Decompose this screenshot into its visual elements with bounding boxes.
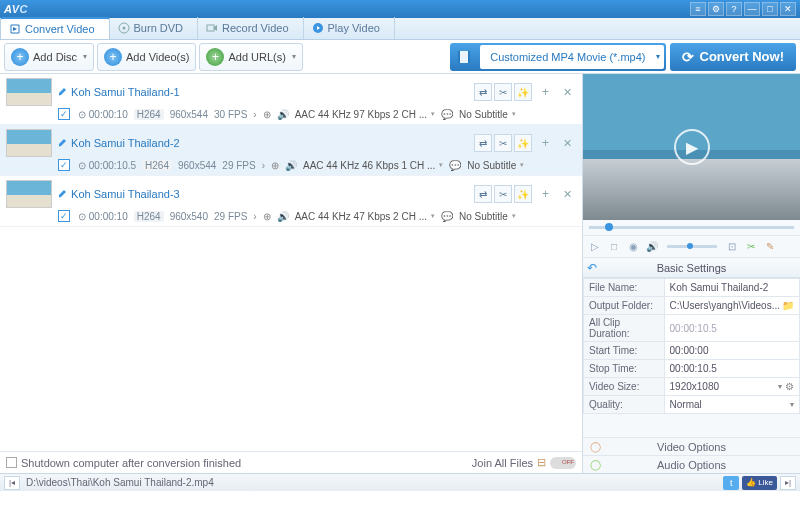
convert-icon [9,23,21,35]
tab-play-video[interactable]: Play Video [304,17,395,39]
folder-icon[interactable]: 📁 [782,300,794,311]
subtitle-select[interactable]: No Subtitle [459,109,516,120]
subtitle-select[interactable]: No Subtitle [459,211,516,222]
convert-now-button[interactable]: ⟳Convert Now! [670,43,797,71]
clip-duration-value: 00:00:10.5 [664,315,799,342]
volume-slider[interactable] [667,245,717,248]
trim-icon[interactable]: ✂ [494,134,512,152]
swap-icon[interactable]: ⇄ [474,134,492,152]
label-clip-duration: All Clip Duration: [584,315,665,342]
volume-icon[interactable]: 🔊 [644,239,660,255]
label-stop-time: Stop Time: [584,360,665,378]
label-quality: Quality: [584,396,665,414]
file-list: Koh Samui Thailand-1 ⇄ ✂ ✨ + ✕ ✓ ⊙ 00:00… [0,74,582,473]
add-segment-button[interactable]: + [538,187,553,201]
remove-item-button[interactable]: ✕ [559,188,576,201]
settings-button[interactable]: ⚙ [708,2,724,16]
fps-label: 30 FPS [214,109,247,120]
video-add-icon: + [104,48,122,66]
video-options-icon: ◯ [589,441,601,453]
shutdown-checkbox[interactable] [6,457,17,468]
item-checkbox[interactable]: ✓ [58,159,70,171]
tab-burn-dvd[interactable]: Burn DVD [110,17,199,39]
disc-add-icon: + [11,48,29,66]
play-icon [312,22,324,34]
crop-button[interactable]: ⊡ [724,239,740,255]
add-videos-button[interactable]: +Add Video(s) [97,43,196,71]
output-profile-selector[interactable]: Customized MP4 Movie (*.mp4) [450,43,665,71]
swap-icon[interactable]: ⇄ [474,185,492,203]
svg-rect-2 [207,25,214,31]
audio-track-select[interactable]: AAC 44 KHz 97 Kbps 2 CH ... [295,109,435,120]
tab-label: Convert Video [25,23,95,35]
audio-options-row[interactable]: ◯Audio Options [583,455,800,473]
effects-button[interactable]: ✎ [762,239,778,255]
resolution-label: 960x540 [170,211,208,222]
stop-button[interactable]: □ [606,239,622,255]
facebook-like-button[interactable]: 👍Like [742,476,777,490]
trim-icon[interactable]: ✂ [494,185,512,203]
button-label: Add URL(s) [228,51,285,63]
tab-label: Play Video [328,22,380,34]
list-item[interactable]: Koh Samui Thailand-3 ⇄ ✂ ✨ + ✕ ✓ ⊙ 00:00… [0,176,582,227]
video-preview[interactable]: ▶ [583,74,800,220]
add-segment-button[interactable]: + [538,136,553,150]
chevron-right-icon: › [262,160,265,171]
item-checkbox[interactable]: ✓ [58,210,70,222]
settings-table: File Name: Output Folder:C:\Users\yangh\… [583,278,800,414]
file-name-label: Koh Samui Thailand-3 [58,188,180,200]
list-item[interactable]: Koh Samui Thailand-2 ⇄ ✂ ✨ + ✕ ✓ ⊙ 00:00… [0,125,582,176]
subtitle-icon: 💬 [441,211,453,222]
snapshot-button[interactable]: ◉ [625,239,641,255]
seek-slider[interactable] [583,220,800,236]
video-size-select[interactable]: 1920x1080▾⚙ [670,381,794,392]
remove-item-button[interactable]: ✕ [559,137,576,150]
add-urls-button[interactable]: +Add URL(s)▾ [199,43,302,71]
list-item[interactable]: Koh Samui Thailand-1 ⇄ ✂ ✨ + ✕ ✓ ⊙ 00:00… [0,74,582,125]
help-button[interactable]: ? [726,2,742,16]
minimize-button[interactable]: — [744,2,760,16]
join-toggle[interactable] [550,457,576,469]
chevron-right-icon: › [253,211,256,222]
join-files-label: Join All Files [472,457,533,469]
audio-track-select[interactable]: AAC 44 KHz 47 Kbps 2 CH ... [295,211,435,222]
globe-icon: ⊕ [263,109,271,120]
video-options-label: Video Options [657,441,726,453]
video-options-row[interactable]: ◯Video Options [583,437,800,455]
output-folder-value: C:\Users\yangh\Videos... [670,300,780,311]
add-segment-button[interactable]: + [538,85,553,99]
close-button[interactable]: ✕ [780,2,796,16]
prev-file-button[interactable]: |◂ [4,476,20,490]
duration-label: ⊙ 00:00:10 [78,211,128,222]
remove-item-button[interactable]: ✕ [559,86,576,99]
menu-button[interactable]: ≡ [690,2,706,16]
back-icon[interactable]: ↶ [587,261,597,275]
film-icon [450,49,478,65]
effects-icon[interactable]: ✨ [514,185,532,203]
stop-time-input[interactable] [670,363,794,374]
audio-track-select[interactable]: AAC 44 KHz 46 Kbps 1 CH ... [303,160,443,171]
quality-select[interactable]: Normal▾ [670,399,794,410]
next-file-button[interactable]: ▸| [780,476,796,490]
trim-icon[interactable]: ✂ [494,83,512,101]
start-time-input[interactable] [670,345,794,356]
file-name-input[interactable] [670,282,794,293]
window-controls: ≡ ⚙ ? — □ ✕ [690,2,796,16]
subtitle-icon: 💬 [449,160,461,171]
effects-icon[interactable]: ✨ [514,83,532,101]
tab-convert-video[interactable]: Convert Video [0,17,110,39]
gear-icon[interactable]: ⚙ [785,381,794,392]
twitter-button[interactable]: t [723,476,739,490]
effects-icon[interactable]: ✨ [514,134,532,152]
swap-icon[interactable]: ⇄ [474,83,492,101]
item-checkbox[interactable]: ✓ [58,108,70,120]
cut-button[interactable]: ✂ [743,239,759,255]
play-overlay-icon[interactable]: ▶ [674,129,710,165]
tab-record-video[interactable]: Record Video [198,17,303,39]
add-disc-button[interactable]: +Add Disc▾ [4,43,94,71]
subtitle-select[interactable]: No Subtitle [467,160,524,171]
svg-rect-5 [458,51,460,63]
maximize-button[interactable]: □ [762,2,778,16]
play-button[interactable]: ▷ [587,239,603,255]
file-name-label: Koh Samui Thailand-1 [58,86,180,98]
